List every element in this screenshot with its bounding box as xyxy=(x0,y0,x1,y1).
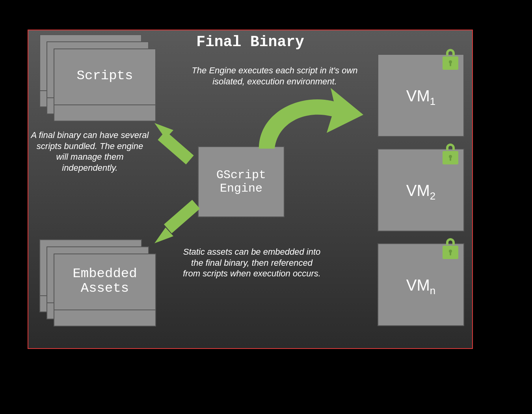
caption-scripts: A final binary can have several scripts … xyxy=(31,130,149,173)
lock-icon xyxy=(441,47,460,71)
lock-icon xyxy=(441,142,460,165)
caption-engine: The Engine executes each script in it's … xyxy=(190,65,359,87)
svg-rect-3 xyxy=(450,157,451,161)
engine-label-line1: GScript xyxy=(216,168,266,182)
final-binary-frame: Final Binary The Engine executes each sc… xyxy=(28,30,473,349)
svg-rect-7 xyxy=(158,131,193,164)
scripts-label: Scripts xyxy=(54,48,156,104)
assets-label-line2: Assets xyxy=(81,281,129,296)
svg-rect-5 xyxy=(450,252,451,255)
caption-assets: Static assets can be embedded into the f… xyxy=(183,246,321,279)
vm-box-1: VM1 xyxy=(378,54,464,137)
vm-box-2: VM2 xyxy=(378,149,464,231)
vm2-label: VM2 xyxy=(378,182,463,202)
arrow-engine-to-vms xyxy=(243,86,365,153)
svg-rect-9 xyxy=(164,200,200,233)
engine-label-line2: Engine xyxy=(220,182,262,195)
engine-box: GScript Engine xyxy=(198,146,285,217)
lock-icon xyxy=(441,236,460,260)
arrow-engine-to-assets xyxy=(154,196,206,243)
vm-box-n: VMn xyxy=(378,243,464,326)
assets-label: Embedded Assets xyxy=(54,254,156,309)
arrow-engine-to-scripts xyxy=(154,123,206,170)
vm1-label: VM1 xyxy=(378,87,463,108)
vmn-label: VMn xyxy=(378,276,463,297)
svg-rect-1 xyxy=(450,63,451,66)
assets-label-line1: Embedded xyxy=(73,266,137,281)
